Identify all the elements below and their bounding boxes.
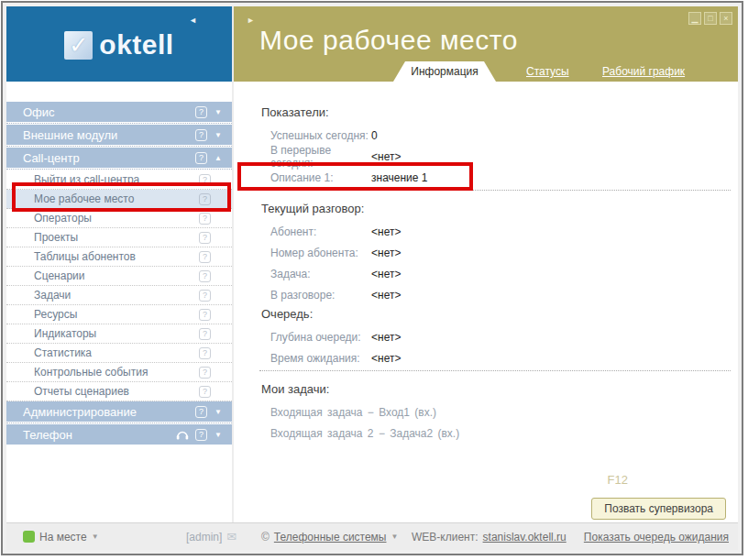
row-subscriber: Абонент: <нет>	[261, 221, 731, 242]
help-icon[interactable]: ?	[199, 328, 211, 340]
row-in-conversation: В разговоре: <нет>	[261, 284, 731, 305]
show-wait-queue-link[interactable]: Показать очередь ожидания	[584, 531, 729, 544]
sidebar-section-office[interactable]: Офис ? ▼	[6, 102, 232, 122]
sidebar-item-scenarios[interactable]: Сценарии ?	[6, 267, 232, 286]
minimize-button[interactable]: ▁	[688, 12, 701, 25]
logo-check-icon: ✓	[64, 31, 93, 60]
main-header: ► ▁ □ × Мое рабочее место Информация Ста…	[234, 6, 738, 82]
row-break-today: В перерыве сегодня: <нет>	[261, 146, 731, 167]
web-client-block: WEB-клиент: stanislav.oktell.ru	[412, 523, 566, 550]
web-client-link[interactable]: stanislav.oktell.ru	[483, 531, 566, 544]
sidebar-item-control-events[interactable]: Контрольные события ?	[6, 363, 232, 382]
header-row: ◄ ✓ oktell ► ▁ □ × Мое рабочее место Инф…	[6, 6, 738, 82]
close-button[interactable]: ×	[720, 12, 732, 25]
item-label: Выйти из call-центра	[34, 173, 139, 186]
chevron-down-icon: ▼	[92, 533, 99, 541]
section-label: Телефон	[23, 428, 72, 442]
headset-icon[interactable]	[176, 429, 189, 441]
help-icon[interactable]: ?	[195, 152, 207, 164]
help-icon[interactable]: ?	[199, 193, 211, 205]
help-icon[interactable]: ?	[199, 309, 211, 321]
sidebar-item-exit-callcenter[interactable]: Выйти из call-центра ?	[6, 170, 232, 190]
help-icon[interactable]: ?	[199, 174, 211, 186]
divider	[6, 422, 232, 423]
tab-work-schedule[interactable]: Рабочий график	[602, 65, 685, 78]
presence-label: На месте	[39, 531, 87, 544]
chevron-down-icon: ▼	[214, 431, 223, 439]
item-label: Задачи	[34, 289, 71, 302]
row-label: Описание 1:	[270, 171, 371, 184]
collapse-sidebar-icon[interactable]: ◄	[189, 16, 197, 25]
help-icon[interactable]: ?	[195, 406, 207, 418]
row-label: Абонент:	[270, 225, 371, 238]
section-label: Внешние модули	[23, 128, 117, 142]
row-value: <нет>	[371, 268, 401, 280]
sidebar-item-projects[interactable]: Проекты ?	[6, 228, 232, 247]
tab-statuses[interactable]: Статусы	[526, 65, 569, 78]
chevron-down-icon: ▼	[214, 108, 223, 116]
section-title-current-call: Текущий разговор:	[261, 202, 731, 215]
row-value: 0	[371, 129, 378, 142]
row-label: В разговоре:	[270, 289, 371, 302]
queue-block: Показать очередь ожидания	[584, 523, 729, 550]
app-window: ◄ ✓ oktell ► ▁ □ × Мое рабочее место Инф…	[6, 6, 738, 550]
divider	[6, 168, 232, 170]
user-indicator: [admin] ✉	[186, 523, 236, 550]
window-frame: ◄ ✓ oktell ► ▁ □ × Мое рабочее место Инф…	[1, 1, 743, 555]
sidebar-section-phone[interactable]: Телефон ? ▼	[6, 424, 232, 445]
tab-bar: Информация Статусы Рабочий график	[234, 61, 738, 82]
page-title: Мое рабочее место	[259, 25, 518, 56]
divider	[259, 370, 731, 371]
help-icon[interactable]: ?	[195, 106, 207, 118]
row-label: Успешных сегодня:	[270, 129, 371, 142]
envelope-icon[interactable]: ✉	[226, 530, 236, 544]
expand-panel-icon[interactable]: ►	[247, 16, 255, 25]
row-subscriber-number: Номер абонента: <нет>	[261, 242, 731, 263]
sidebar-header: ◄ ✓ oktell	[6, 6, 232, 82]
help-icon[interactable]: ?	[199, 347, 211, 359]
help-icon[interactable]: ?	[199, 386, 211, 398]
sidebar: Офис ? ▼ Внешние модули ? ▼ Call-центр ?	[6, 82, 232, 522]
sidebar-item-operators[interactable]: Операторы ?	[6, 209, 232, 228]
row-label: В перерыве сегодня:	[270, 144, 371, 170]
help-icon[interactable]: ?	[199, 232, 211, 244]
item-label: Статистика	[34, 346, 92, 359]
chevron-down-icon: ▼	[214, 408, 223, 416]
sidebar-item-tasks[interactable]: Задачи ?	[6, 286, 232, 305]
sidebar-item-statistics[interactable]: Статистика ?	[6, 344, 232, 363]
section-label: Call-центр	[23, 151, 80, 165]
sidebar-item-subscriber-tables[interactable]: Таблицы абонентов ?	[6, 247, 232, 267]
help-icon[interactable]: ?	[199, 251, 211, 263]
web-client-label: WEB-клиент:	[412, 531, 478, 544]
maximize-button[interactable]: □	[704, 12, 717, 25]
company-block: © Телефонные системы ▼	[261, 523, 398, 550]
item-label: Операторы	[34, 212, 92, 225]
sidebar-section-external-modules[interactable]: Внешние модули ? ▼	[6, 125, 232, 145]
row-wait-time: Время ожидания: <нет>	[261, 347, 731, 368]
row-label: Номер абонента:	[270, 247, 371, 259]
chevron-down-icon: ▼	[391, 533, 399, 541]
section-label: Офис	[23, 105, 55, 119]
company-link[interactable]: Телефонные системы	[274, 531, 387, 544]
help-icon[interactable]: ?	[199, 270, 211, 282]
sidebar-item-indicators[interactable]: Индикаторы ?	[6, 324, 232, 344]
sidebar-item-my-workplace[interactable]: Мое рабочее место ?	[6, 190, 232, 209]
divider	[259, 190, 731, 191]
call-supervisor-button[interactable]: Позвать супервизора	[591, 498, 726, 520]
help-icon[interactable]: ?	[199, 213, 211, 225]
help-icon[interactable]: ?	[195, 129, 207, 141]
copyright-sign: ©	[261, 531, 270, 544]
row-value: значение 1	[371, 171, 427, 184]
help-icon[interactable]: ?	[199, 367, 211, 379]
help-icon[interactable]: ?	[199, 290, 211, 302]
sidebar-item-scenario-reports[interactable]: Отчеты сценариев ?	[6, 382, 232, 401]
section-title-indicators: Показатели:	[261, 105, 731, 119]
row-label: Время ожидания:	[270, 352, 371, 365]
sidebar-item-resources[interactable]: Ресурсы ?	[6, 305, 232, 324]
sidebar-section-administration[interactable]: Администрирование ? ▼	[6, 401, 232, 422]
tab-information[interactable]: Информация	[393, 61, 496, 82]
help-icon[interactable]: ?	[195, 429, 207, 441]
sidebar-section-callcenter[interactable]: Call-центр ? ▲	[6, 148, 232, 168]
info-content: Показатели: Успешных сегодня: 0 В переры…	[234, 82, 738, 444]
presence-selector[interactable]: На месте ▼	[23, 523, 99, 550]
